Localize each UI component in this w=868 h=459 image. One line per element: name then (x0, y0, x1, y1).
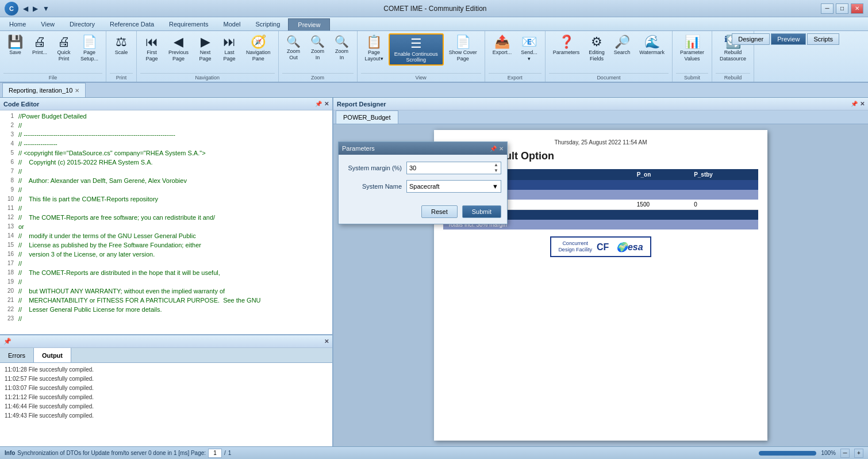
minimize-button[interactable]: ─ (821, 3, 834, 14)
close-dialog-button[interactable]: ✕ (499, 146, 504, 152)
menu-scripting[interactable]: Scripting (249, 17, 287, 30)
zoom-out-status-button[interactable]: ─ (840, 449, 850, 458)
esa-logo: ConcurrentDesign Facility CF 🌍esa (550, 236, 651, 257)
editing-fields-button[interactable]: ⚙ EditingFields (585, 33, 609, 64)
first-page-icon: ⏮ (145, 36, 158, 48)
watermark-button[interactable]: 🌊 Watermark (635, 33, 669, 58)
system-name-label: System Name (344, 183, 402, 190)
parameters-dialog: Parameters 📌 ✕ System margin (%) ▲ ▼ (338, 141, 508, 224)
last-page-button[interactable]: ⏭ LastPage (218, 33, 241, 64)
code-editor-controls: 📌 ✕ (315, 101, 329, 107)
preview-logo: ConcurrentDesign Facility CF 🌍esa (443, 236, 758, 257)
continuous-scrolling-label: Enable ContinuousScrolling (394, 51, 438, 63)
errors-tab[interactable]: Errors (0, 348, 34, 362)
watermark-label: Watermark (639, 49, 665, 56)
next-page-button[interactable]: ▶ NextPage (194, 33, 217, 64)
zoom-in-button[interactable]: 🔍 ZoomIn (306, 33, 329, 63)
enable-continuous-scrolling-button[interactable]: ☰ Enable ContinuousScrolling (389, 33, 444, 66)
power-budget-tab[interactable]: POWER_Budget (336, 110, 398, 124)
navigation-pane-button[interactable]: 🧭 NavigationPane (242, 33, 275, 64)
output-area[interactable]: 11:01:28 File succesfully compiled. 11:0… (0, 363, 332, 446)
system-name-select-container[interactable]: Spacecraft ▼ (406, 180, 501, 193)
menu-requirements[interactable]: Requirements (162, 17, 215, 30)
table-header-pon: P_on (632, 169, 689, 180)
rebuild-datasource-label: RebuildDatasource (720, 49, 746, 62)
ribbon-group-navigation: ⏮ FirstPage ◀ PreviousPage ▶ NextPage ⏭ … (137, 31, 279, 82)
ribbon-zoom-buttons: 🔍 ZoomOut 🔍 ZoomIn 🔍 ZoomIn (282, 33, 354, 73)
report-designer-title: Report Designer (337, 101, 386, 108)
menu-directory[interactable]: Directory (63, 17, 102, 30)
spin-up-button[interactable]: ▲ (494, 162, 498, 168)
last-page-icon: ⏭ (223, 36, 236, 48)
menu-bar: Home View Directory Reference Data Requi… (0, 17, 868, 31)
scripts-mode-button[interactable]: Scripts (807, 33, 839, 45)
reset-button[interactable]: Reset (421, 205, 458, 218)
forward-button[interactable]: ▶ (33, 5, 38, 13)
export-button[interactable]: 📤 Export... (489, 33, 516, 58)
page-number-input[interactable] (208, 449, 222, 458)
menu-button[interactable]: ▼ (43, 5, 49, 13)
table-header-pstby: P_stby (689, 169, 758, 180)
zoom-in2-button[interactable]: 🔍 ZoomIn (331, 33, 354, 63)
output-line: 11:02:57 File succesfully compiled. (5, 374, 328, 384)
status-bar: Info Synchronization of DTOs for Update … (0, 446, 868, 459)
zoom-out-button[interactable]: 🔍 ZoomOut (282, 33, 305, 63)
system-name-row: System Name Spacecraft ▼ (344, 180, 501, 193)
pin-dialog-button[interactable]: 📌 (490, 146, 497, 152)
page-layout-button[interactable]: 📋 PageLayout▾ (361, 33, 387, 64)
payload-pon: 1500 (632, 200, 689, 210)
close-bottom-panel-button[interactable]: ✕ (324, 338, 329, 345)
preview-mode-button[interactable]: Preview (771, 33, 806, 45)
code-line: 3 // -----------------------------------… (0, 131, 332, 140)
send-button[interactable]: 📧 Send...▾ (517, 33, 541, 64)
output-tab[interactable]: Output (34, 348, 71, 362)
code-area[interactable]: 1 //Power Budget Detailed 2 // 3 // ----… (0, 110, 332, 334)
show-cover-page-button[interactable]: 📄 Show CoverPage (445, 33, 481, 64)
print-button[interactable]: 🖨 Print... (28, 33, 51, 58)
close-code-editor-button[interactable]: ✕ (324, 101, 329, 107)
menu-model[interactable]: Model (217, 17, 248, 30)
editing-fields-label: EditingFields (589, 49, 605, 62)
save-icon: 💾 (7, 36, 23, 48)
previous-page-button[interactable]: ◀ PreviousPage (164, 33, 193, 64)
document-tab[interactable]: Reporting, iteration_10 ✕ (2, 83, 86, 97)
designer-mode-button[interactable]: Designer (732, 33, 770, 45)
first-page-button[interactable]: ⏮ FirstPage (140, 33, 163, 64)
spin-down-button[interactable]: ▼ (494, 168, 498, 174)
zoom-in-label: ZoomIn (311, 48, 324, 61)
close-report-button[interactable]: ✕ (860, 101, 865, 107)
code-line: 22 // Lesser General Public License for … (0, 306, 332, 315)
close-button[interactable]: ✕ (851, 3, 863, 14)
document-tab-close[interactable]: ✕ (75, 87, 79, 94)
esa-cdf-text: ConcurrentDesign Facility (558, 240, 592, 253)
zoom-in-status-button[interactable]: + (854, 449, 863, 458)
menu-view[interactable]: View (34, 17, 62, 30)
quick-print-button[interactable]: 🖨 QuickPrint (52, 33, 75, 64)
parameters-button[interactable]: ❓ Parameters (549, 33, 584, 58)
info-icon: ℹ (724, 35, 727, 44)
menu-preview[interactable]: Preview (288, 18, 330, 30)
search-button[interactable]: 🔎 Search (610, 33, 635, 58)
save-button[interactable]: 💾 Save (3, 33, 27, 58)
quick-print-icon: 🖨 (57, 36, 70, 48)
status-message: Synchronization of DTOs for Update from/… (17, 450, 206, 456)
maximize-button[interactable]: □ (836, 3, 848, 14)
last-page-label: LastPage (224, 49, 236, 62)
payload-pstby: 0 (689, 200, 758, 210)
parameter-values-button[interactable]: 📊 ParameterValues (676, 33, 708, 64)
scale-button[interactable]: ⚖ Scale (110, 33, 133, 58)
app-title: COMET IME - Community Edition (383, 5, 486, 13)
system-margin-label: System margin (%) (344, 165, 402, 171)
menu-reference-data[interactable]: Reference Data (103, 17, 161, 30)
page-setup-button[interactable]: 📄 PageSetup... (76, 33, 102, 64)
system-margin-input[interactable] (409, 165, 494, 171)
export-icon: 📤 (494, 36, 510, 48)
pin-code-editor-button[interactable]: 📌 (315, 101, 322, 107)
system-margin-input-container: ▲ ▼ (406, 162, 501, 174)
menu-home[interactable]: Home (2, 17, 33, 30)
code-line: 19 // (0, 278, 332, 288)
submit-button[interactable]: Submit (462, 205, 501, 218)
pin-report-button[interactable]: 📌 (851, 101, 858, 107)
ribbon-print-buttons: ⚖ Scale (110, 33, 133, 73)
back-button[interactable]: ◀ (23, 5, 28, 13)
